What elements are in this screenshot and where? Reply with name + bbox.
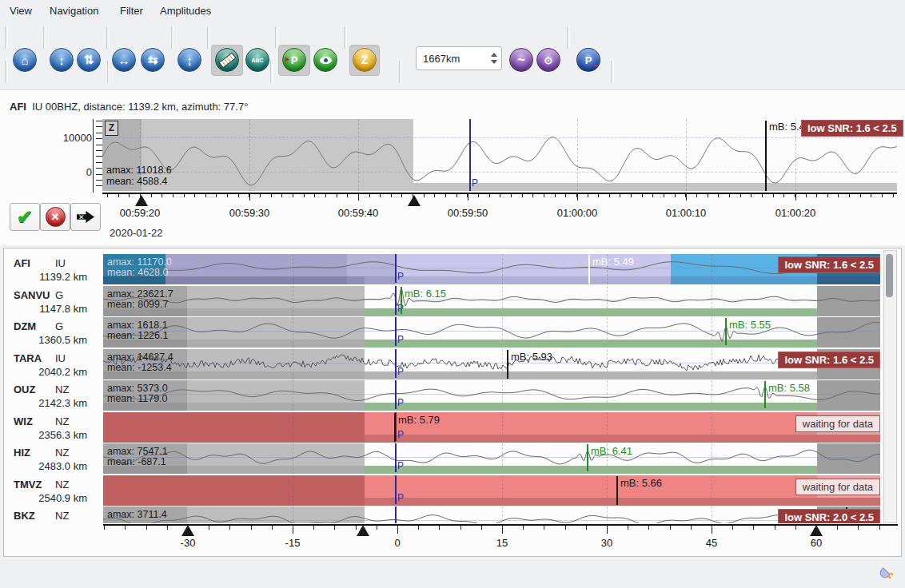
mean-label: mean: 8099.7 bbox=[107, 299, 168, 310]
p-pick-line bbox=[469, 119, 471, 191]
zoom-trace-plot[interactable]: 100000Zamax: 11018.6mean: 4588.4PmB: 5.4… bbox=[0, 117, 905, 245]
vertical-scrollbar[interactable] bbox=[883, 250, 897, 523]
menu-amplitudes[interactable]: Amplitudes bbox=[160, 5, 211, 17]
status-bar bbox=[0, 557, 905, 588]
trace-area[interactable]: amax: 1618.1mean: 1226.1PmB: 5.55 bbox=[103, 317, 880, 348]
amax-label: amax: 3711.4 bbox=[107, 509, 167, 520]
axis-minor-tick bbox=[691, 526, 692, 530]
axis-minor-tick bbox=[481, 526, 482, 530]
time-axis-major-tick bbox=[249, 193, 250, 201]
skip-arrow-icon: ✕ bbox=[77, 210, 94, 224]
menu-navigation[interactable]: Navigation bbox=[50, 5, 98, 17]
time-axis-minor-tick bbox=[849, 193, 850, 197]
trace-row[interactable]: TARAIU2040.2 kmamax: 14627.4mean: -1253.… bbox=[4, 349, 883, 379]
y-axis-tick bbox=[96, 121, 102, 121]
time-window-marker[interactable] bbox=[135, 195, 148, 206]
time-axis-minor-tick bbox=[729, 193, 730, 197]
p-pick-label: P bbox=[472, 177, 478, 189]
menu-bar: View Navigation Filter Amplitudes bbox=[0, 0, 905, 22]
y-axis-tick bbox=[96, 156, 102, 157]
axis-major-tick bbox=[607, 526, 608, 534]
reject-amplitude-button[interactable]: ✕ bbox=[40, 203, 70, 231]
time-window-marker[interactable] bbox=[357, 525, 369, 536]
trace-row[interactable]: BKZNZamax: 3711.4Plow SNR: 2.0 < 2.5 bbox=[4, 507, 883, 523]
trace-area[interactable]: PmB: 5.66waiting for data bbox=[103, 475, 880, 506]
station-distance: 2142.3 km bbox=[14, 397, 87, 409]
mean-label: mean: -687.1 bbox=[107, 456, 166, 467]
amax-label: amax: 5373.0 bbox=[107, 383, 168, 394]
network-code: G bbox=[55, 289, 63, 301]
time-axis-minor-tick bbox=[271, 193, 272, 197]
trace-row[interactable]: AFIIU1139.2 kmamax: 11170.0mean: 4628.0P… bbox=[4, 254, 883, 284]
trace-row[interactable]: HIZNZ2483.0 kmamax: 7547.1mean: -687.1Pm… bbox=[4, 443, 883, 474]
toolbar-separator bbox=[171, 26, 174, 49]
time-axis-label: 00:59:50 bbox=[440, 207, 496, 219]
time-window-marker[interactable] bbox=[408, 195, 421, 206]
p-pick-label: P bbox=[397, 334, 404, 345]
axis-minor-tick bbox=[251, 526, 252, 530]
time-axis-minor-tick bbox=[696, 193, 697, 197]
p-pick-label: P bbox=[397, 492, 404, 503]
station-code: TARA bbox=[14, 352, 42, 364]
scmag-amplitude-window: { "menu": {"items": ["View", "Navigation… bbox=[0, 0, 905, 588]
component-z-box: Z bbox=[105, 121, 118, 136]
main-toolbar: ⌂ ↕ ⇅ ↔ ⇆ ↨ ABC ▸ P Z 1667km ~ ⊙ P ~ bbox=[0, 22, 905, 54]
scrollbar-thumb[interactable] bbox=[886, 254, 893, 297]
y-axis-tick bbox=[96, 174, 102, 175]
time-axis-minor-tick bbox=[816, 193, 817, 197]
trace-row[interactable]: OUZNZ2142.3 kmamax: 5373.0mean: 1179.0Pm… bbox=[4, 380, 883, 411]
y-axis-tick bbox=[96, 168, 102, 169]
network-code: G bbox=[55, 320, 63, 332]
mb-value-label: mB: 5.55 bbox=[729, 319, 771, 331]
time-axis-minor-tick bbox=[369, 193, 370, 197]
axis-minor-tick bbox=[439, 526, 440, 530]
time-axis-minor-tick bbox=[184, 193, 185, 197]
trace-header: AFI IU 00BHZ, distance: 1139.2 km, azimu… bbox=[10, 101, 248, 113]
amplitude-toolbar: Default # Min SNR: 2.50 Amp.type: Amp.co… bbox=[0, 54, 905, 89]
p-pick-label: P bbox=[397, 271, 404, 282]
time-axis-minor-tick bbox=[500, 193, 500, 197]
p-pick-line bbox=[395, 507, 397, 523]
station-code: DZM bbox=[14, 320, 36, 332]
time-window-marker[interactable] bbox=[810, 525, 823, 536]
trace-area[interactable]: amax: 3711.4Plow SNR: 2.0 < 2.5 bbox=[103, 507, 880, 523]
time-axis-minor-tick bbox=[238, 193, 239, 197]
trace-area[interactable]: amax: 14627.4mean: -1253.4PmB: 5.93low S… bbox=[103, 349, 880, 379]
trace-row[interactable]: TMVZNZ2540.9 kmPmB: 5.66waiting for data bbox=[4, 475, 883, 506]
header-details: IU 00BHZ, distance: 1139.2 km, azimuth: … bbox=[32, 101, 248, 113]
skip-trace-button[interactable]: ✕ bbox=[70, 203, 101, 231]
trace-row[interactable]: SANVUG1147.8 kmamax: 23621.7mean: 8099.7… bbox=[4, 286, 883, 316]
trace-area[interactable]: amax: 23621.7mean: 8099.7PmB: 6.15 bbox=[103, 286, 880, 316]
toolbar-separator bbox=[270, 61, 273, 83]
mb-value-label: mB: 6.41 bbox=[591, 445, 632, 457]
toolbar-separator bbox=[399, 61, 402, 83]
station-waveform bbox=[103, 254, 880, 284]
accept-amplitude-button[interactable]: ✔ bbox=[10, 203, 40, 231]
trace-area[interactable]: amax: 7547.1mean: -687.1PmB: 6.41 bbox=[103, 443, 880, 474]
time-axis-label: 00:59:40 bbox=[330, 207, 386, 219]
axis-minor-tick bbox=[418, 526, 419, 530]
menu-view[interactable]: View bbox=[10, 5, 32, 17]
cross-icon: ✕ bbox=[46, 207, 66, 227]
processed-strip-red bbox=[365, 498, 880, 506]
toolbar-separator bbox=[43, 26, 46, 49]
time-window-marker[interactable] bbox=[181, 525, 194, 536]
trace-area[interactable]: amax: 5373.0mean: 1179.0PmB: 5.58 bbox=[103, 380, 880, 411]
axis-minor-tick bbox=[732, 526, 733, 530]
network-code: NZ bbox=[55, 510, 69, 522]
trace-area[interactable]: amax: 11170.0mean: 4628.0PmB: 5.49low SN… bbox=[103, 254, 880, 284]
menu-filter[interactable]: Filter bbox=[120, 5, 143, 17]
trace-area[interactable]: PmB: 5.79waiting for data bbox=[103, 412, 880, 443]
p-pick-line bbox=[395, 254, 397, 283]
p-pick-label: P bbox=[397, 429, 404, 440]
time-axis-major-tick bbox=[577, 193, 578, 201]
mb-value-label: mB: 5.93 bbox=[511, 351, 552, 363]
mb-pick-line bbox=[588, 255, 590, 284]
station-code: BKZ bbox=[14, 510, 35, 522]
trace-row[interactable]: DZMG1360.5 kmamax: 1618.1mean: 1226.1PmB… bbox=[4, 317, 883, 348]
y-axis-label-lower: 0 bbox=[48, 166, 92, 178]
time-axis-minor-tick bbox=[260, 193, 261, 197]
time-axis-minor-tick bbox=[347, 193, 348, 197]
trace-row[interactable]: WIZNZ2356.3 kmPmB: 5.79waiting for data bbox=[4, 412, 883, 443]
mean-label: mean: -1253.4 bbox=[107, 362, 172, 373]
